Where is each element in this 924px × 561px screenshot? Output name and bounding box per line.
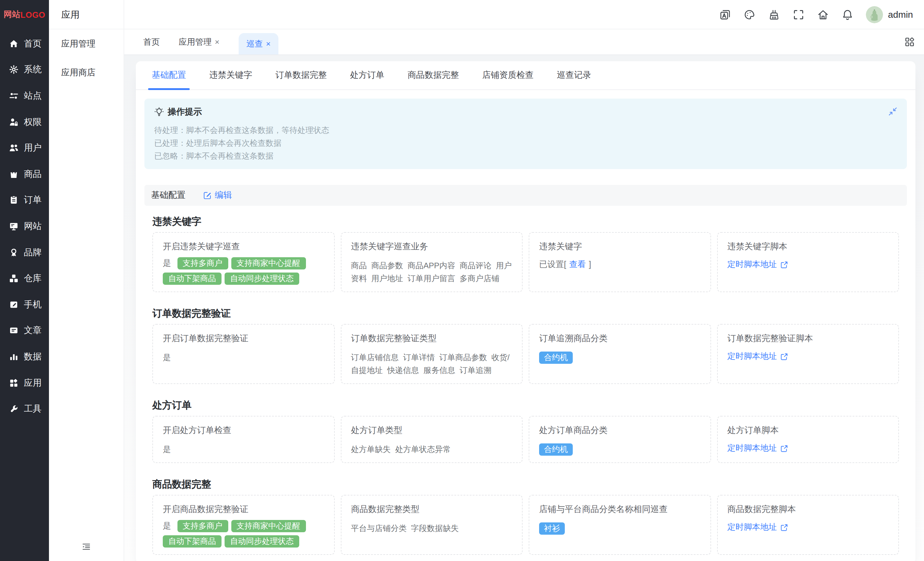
sidebar-item-label: 订单 (24, 194, 42, 206)
config-tab-0[interactable]: 基础配置 (148, 61, 190, 89)
edit-button[interactable]: 编辑 (203, 190, 232, 201)
submenu-item-app-store[interactable]: 应用商店 (49, 58, 124, 87)
sidebar-item-mobile[interactable]: 手机 (0, 292, 49, 317)
sidebar-item-site[interactable]: 站点 (0, 83, 49, 109)
external-link-icon (780, 260, 788, 269)
app-root: 网站LOGO 首页系统站点权限用户商品订单网站品牌仓库手机文章数据应用工具 应用… (0, 0, 924, 561)
config-card: 店铺与平台商品分类名称相同巡查衬衫 (529, 495, 711, 555)
sidebar-item-label: 手机 (24, 299, 42, 310)
fullscreen-icon[interactable] (792, 8, 805, 21)
edit-icon (203, 191, 212, 200)
card-value: 是 (163, 351, 324, 364)
card-value-row: 是支持多商户支持商家中心提醒自动下架商品自动同步处理状态 (163, 520, 324, 547)
data-icon (9, 352, 18, 361)
close-tab-icon[interactable]: × (266, 39, 270, 48)
config-tab-5[interactable]: 店铺资质检查 (478, 61, 537, 89)
status-tag: 支持商家中心提醒 (231, 520, 306, 532)
card-value: 订单店铺信息 订单详情 订单商品参数 收货/自提地址 快递信息 服务信息 订单追… (351, 351, 512, 377)
sidebar-item-label: 权限 (24, 116, 42, 128)
sidebar-item-app[interactable]: 应用 (0, 370, 49, 396)
config-card: 违禁关键字已设置[查看] (529, 232, 711, 292)
house-icon[interactable] (817, 8, 829, 21)
avatar (866, 6, 883, 23)
user-menu[interactable]: admin (866, 6, 913, 23)
card-title: 商品数据完整类型 (351, 503, 512, 515)
tips-header: 操作提示 (154, 107, 897, 117)
script-link[interactable]: 定时脚本地址 (727, 443, 788, 454)
tab-patrol[interactable]: 巡查× (238, 33, 278, 54)
script-link[interactable]: 定时脚本地址 (727, 522, 788, 533)
section-title: 处方订单 (152, 399, 899, 412)
logo-text-en: LOGO (21, 10, 45, 19)
status-tag: 自动同步处理状态 (225, 272, 299, 285)
collapse-icon[interactable] (888, 107, 898, 116)
sidebar-item-label: 商品 (24, 168, 42, 180)
palette-icon[interactable] (744, 8, 756, 21)
users-icon (9, 143, 18, 152)
sidebar-item-brand[interactable]: 品牌 (0, 239, 49, 266)
script-link-label: 定时脚本地址 (727, 351, 777, 362)
card-value: 是 (163, 520, 171, 532)
permission-icon (9, 117, 18, 126)
config-tab-4[interactable]: 商品数据完整 (404, 61, 463, 89)
sidebar-item-website[interactable]: 网站 (0, 213, 49, 239)
sidebar-item-label: 系统 (24, 64, 42, 76)
site-logo[interactable]: 网站LOGO (0, 0, 49, 29)
script-link[interactable]: 定时脚本地址 (727, 351, 788, 362)
sidebar-item-article[interactable]: 文章 (0, 317, 49, 344)
config-tab-1[interactable]: 违禁关键字 (206, 61, 256, 89)
mobile-icon (9, 300, 18, 309)
tips-line: 已忽略：脚本不会再检查这条数据 (154, 149, 897, 162)
page-tabs: 首页应用管理×巡查× (143, 29, 278, 54)
content-panel: 基础配置违禁关键字订单数据完整处方订单商品数据完整店铺资质检查巡查记录 操作提示… (136, 61, 915, 561)
view-link[interactable]: 查看 (569, 260, 586, 269)
topbar-icons (719, 8, 854, 21)
tips-line: 已处理：处理后脚本会再次检查数据 (154, 137, 897, 149)
username: admin (888, 9, 913, 20)
grid-icon[interactable] (904, 37, 915, 47)
script-link[interactable]: 定时脚本地址 (727, 259, 788, 270)
sidebar-item-label: 用户 (24, 142, 42, 154)
config-tab-6[interactable]: 巡查记录 (553, 61, 595, 89)
category-tag: 衬衫 (539, 522, 565, 535)
sidebar-item-label: 应用 (24, 377, 42, 389)
tab-home[interactable]: 首页 (143, 36, 160, 47)
sidebar-item-user[interactable]: 用户 (0, 135, 49, 161)
config-tab-2[interactable]: 订单数据完整 (272, 61, 330, 89)
card-title: 违禁关键字巡查业务 (351, 240, 512, 252)
submenu-title: 应用 (49, 0, 124, 29)
card-value: 处方单缺失 处方单状态异常 (351, 443, 512, 456)
tab-label: 应用管理 (178, 36, 212, 47)
card-title: 开启处方订单检查 (163, 424, 324, 436)
sidebar-item-data[interactable]: 数据 (0, 344, 49, 370)
tab-app-manage[interactable]: 应用管理× (178, 36, 219, 47)
close-tab-icon[interactable]: × (215, 38, 219, 47)
value-prefix: 已设置[ (539, 260, 566, 269)
section-title: 商品数据完整 (152, 478, 899, 491)
config-card: 开启订单数据完整验证是 (152, 324, 334, 384)
sidebar-item-order[interactable]: 订单 (0, 187, 49, 213)
status-tag: 支持商家中心提醒 (231, 257, 306, 269)
card-title: 处方订单商品分类 (539, 424, 700, 436)
config-card: 违禁关键字巡查业务商品 商品参数 商品APP内容 商品评论 用户资料 用户地址 … (340, 232, 523, 292)
status-tag: 自动下架商品 (163, 272, 222, 285)
submenu-item-app-manage[interactable]: 应用管理 (49, 29, 124, 58)
broom-icon[interactable] (768, 8, 780, 21)
submenu-item-label: 应用商店 (61, 67, 96, 78)
sidebar-item-warehouse[interactable]: 仓库 (0, 266, 49, 292)
status-tag: 自动下架商品 (163, 535, 222, 547)
config-section: 商品数据完整开启商品数据完整验证是支持多商户支持商家中心提醒自动下架商品自动同步… (152, 478, 899, 555)
sidebar-item-permission[interactable]: 权限 (0, 109, 49, 135)
translate-icon[interactable] (719, 8, 731, 21)
config-tab-3[interactable]: 处方订单 (346, 61, 388, 89)
card-title: 订单数据完整验证类型 (351, 332, 512, 344)
collapse-sidebar-button[interactable] (49, 533, 124, 561)
sidebar-item-home[interactable]: 首页 (0, 31, 49, 57)
card-title: 开启订单数据完整验证 (163, 332, 324, 344)
bell-icon[interactable] (842, 8, 854, 21)
sidebar-item-tool[interactable]: 工具 (0, 396, 49, 422)
goods-icon (9, 170, 18, 179)
sidebar-item-goods[interactable]: 商品 (0, 161, 49, 187)
script-link-label: 定时脚本地址 (727, 522, 777, 533)
sidebar-item-system[interactable]: 系统 (0, 57, 49, 83)
